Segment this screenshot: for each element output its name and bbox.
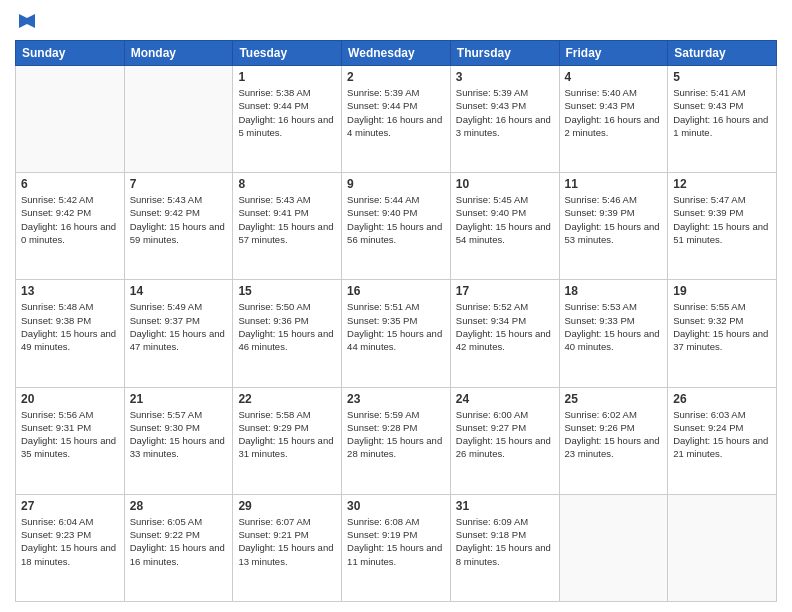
weekday-header-tuesday: Tuesday (233, 41, 342, 66)
day-info: Sunrise: 5:47 AM Sunset: 9:39 PM Dayligh… (673, 193, 771, 246)
calendar-cell: 26Sunrise: 6:03 AM Sunset: 9:24 PM Dayli… (668, 387, 777, 494)
calendar-cell: 31Sunrise: 6:09 AM Sunset: 9:18 PM Dayli… (450, 494, 559, 601)
calendar-cell: 10Sunrise: 5:45 AM Sunset: 9:40 PM Dayli… (450, 173, 559, 280)
calendar-cell: 9Sunrise: 5:44 AM Sunset: 9:40 PM Daylig… (342, 173, 451, 280)
calendar-cell: 22Sunrise: 5:58 AM Sunset: 9:29 PM Dayli… (233, 387, 342, 494)
day-number: 10 (456, 177, 554, 191)
day-info: Sunrise: 6:09 AM Sunset: 9:18 PM Dayligh… (456, 515, 554, 568)
day-number: 19 (673, 284, 771, 298)
day-info: Sunrise: 5:45 AM Sunset: 9:40 PM Dayligh… (456, 193, 554, 246)
day-info: Sunrise: 6:05 AM Sunset: 9:22 PM Dayligh… (130, 515, 228, 568)
calendar-cell: 25Sunrise: 6:02 AM Sunset: 9:26 PM Dayli… (559, 387, 668, 494)
weekday-header-row: SundayMondayTuesdayWednesdayThursdayFrid… (16, 41, 777, 66)
day-info: Sunrise: 6:07 AM Sunset: 9:21 PM Dayligh… (238, 515, 336, 568)
day-info: Sunrise: 5:52 AM Sunset: 9:34 PM Dayligh… (456, 300, 554, 353)
calendar-cell: 19Sunrise: 5:55 AM Sunset: 9:32 PM Dayli… (668, 280, 777, 387)
header (15, 10, 777, 32)
day-info: Sunrise: 5:46 AM Sunset: 9:39 PM Dayligh… (565, 193, 663, 246)
calendar-cell: 1Sunrise: 5:38 AM Sunset: 9:44 PM Daylig… (233, 66, 342, 173)
weekday-header-saturday: Saturday (668, 41, 777, 66)
day-info: Sunrise: 5:51 AM Sunset: 9:35 PM Dayligh… (347, 300, 445, 353)
calendar-cell: 14Sunrise: 5:49 AM Sunset: 9:37 PM Dayli… (124, 280, 233, 387)
day-number: 9 (347, 177, 445, 191)
calendar-cell: 27Sunrise: 6:04 AM Sunset: 9:23 PM Dayli… (16, 494, 125, 601)
calendar-cell: 3Sunrise: 5:39 AM Sunset: 9:43 PM Daylig… (450, 66, 559, 173)
day-info: Sunrise: 5:57 AM Sunset: 9:30 PM Dayligh… (130, 408, 228, 461)
calendar-cell (16, 66, 125, 173)
week-row-4: 20Sunrise: 5:56 AM Sunset: 9:31 PM Dayli… (16, 387, 777, 494)
day-info: Sunrise: 5:43 AM Sunset: 9:42 PM Dayligh… (130, 193, 228, 246)
calendar-cell: 16Sunrise: 5:51 AM Sunset: 9:35 PM Dayli… (342, 280, 451, 387)
calendar-cell (559, 494, 668, 601)
day-number: 25 (565, 392, 663, 406)
day-number: 21 (130, 392, 228, 406)
logo-flag-icon (17, 10, 39, 32)
day-info: Sunrise: 6:00 AM Sunset: 9:27 PM Dayligh… (456, 408, 554, 461)
calendar-cell: 2Sunrise: 5:39 AM Sunset: 9:44 PM Daylig… (342, 66, 451, 173)
day-number: 3 (456, 70, 554, 84)
calendar-table: SundayMondayTuesdayWednesdayThursdayFrid… (15, 40, 777, 602)
day-info: Sunrise: 5:40 AM Sunset: 9:43 PM Dayligh… (565, 86, 663, 139)
day-info: Sunrise: 5:50 AM Sunset: 9:36 PM Dayligh… (238, 300, 336, 353)
calendar-cell: 6Sunrise: 5:42 AM Sunset: 9:42 PM Daylig… (16, 173, 125, 280)
day-number: 5 (673, 70, 771, 84)
day-number: 27 (21, 499, 119, 513)
day-number: 29 (238, 499, 336, 513)
week-row-5: 27Sunrise: 6:04 AM Sunset: 9:23 PM Dayli… (16, 494, 777, 601)
day-info: Sunrise: 5:58 AM Sunset: 9:29 PM Dayligh… (238, 408, 336, 461)
page: SundayMondayTuesdayWednesdayThursdayFrid… (0, 0, 792, 612)
week-row-2: 6Sunrise: 5:42 AM Sunset: 9:42 PM Daylig… (16, 173, 777, 280)
day-number: 26 (673, 392, 771, 406)
calendar-cell: 24Sunrise: 6:00 AM Sunset: 9:27 PM Dayli… (450, 387, 559, 494)
day-number: 1 (238, 70, 336, 84)
calendar-cell: 11Sunrise: 5:46 AM Sunset: 9:39 PM Dayli… (559, 173, 668, 280)
day-number: 13 (21, 284, 119, 298)
day-info: Sunrise: 6:08 AM Sunset: 9:19 PM Dayligh… (347, 515, 445, 568)
calendar-cell: 15Sunrise: 5:50 AM Sunset: 9:36 PM Dayli… (233, 280, 342, 387)
day-info: Sunrise: 5:39 AM Sunset: 9:44 PM Dayligh… (347, 86, 445, 139)
calendar-cell: 13Sunrise: 5:48 AM Sunset: 9:38 PM Dayli… (16, 280, 125, 387)
day-info: Sunrise: 5:44 AM Sunset: 9:40 PM Dayligh… (347, 193, 445, 246)
day-info: Sunrise: 5:53 AM Sunset: 9:33 PM Dayligh… (565, 300, 663, 353)
day-number: 6 (21, 177, 119, 191)
day-number: 22 (238, 392, 336, 406)
day-number: 8 (238, 177, 336, 191)
day-info: Sunrise: 5:59 AM Sunset: 9:28 PM Dayligh… (347, 408, 445, 461)
calendar-cell: 4Sunrise: 5:40 AM Sunset: 9:43 PM Daylig… (559, 66, 668, 173)
week-row-3: 13Sunrise: 5:48 AM Sunset: 9:38 PM Dayli… (16, 280, 777, 387)
weekday-header-thursday: Thursday (450, 41, 559, 66)
calendar-cell: 7Sunrise: 5:43 AM Sunset: 9:42 PM Daylig… (124, 173, 233, 280)
day-info: Sunrise: 5:43 AM Sunset: 9:41 PM Dayligh… (238, 193, 336, 246)
day-number: 30 (347, 499, 445, 513)
day-number: 28 (130, 499, 228, 513)
svg-marker-0 (19, 14, 35, 28)
calendar-cell: 18Sunrise: 5:53 AM Sunset: 9:33 PM Dayli… (559, 280, 668, 387)
day-number: 20 (21, 392, 119, 406)
logo (15, 10, 39, 32)
day-info: Sunrise: 5:55 AM Sunset: 9:32 PM Dayligh… (673, 300, 771, 353)
day-number: 31 (456, 499, 554, 513)
day-number: 16 (347, 284, 445, 298)
calendar-cell: 21Sunrise: 5:57 AM Sunset: 9:30 PM Dayli… (124, 387, 233, 494)
calendar-cell: 28Sunrise: 6:05 AM Sunset: 9:22 PM Dayli… (124, 494, 233, 601)
calendar-cell: 12Sunrise: 5:47 AM Sunset: 9:39 PM Dayli… (668, 173, 777, 280)
weekday-header-wednesday: Wednesday (342, 41, 451, 66)
day-number: 12 (673, 177, 771, 191)
day-number: 15 (238, 284, 336, 298)
week-row-1: 1Sunrise: 5:38 AM Sunset: 9:44 PM Daylig… (16, 66, 777, 173)
day-info: Sunrise: 5:41 AM Sunset: 9:43 PM Dayligh… (673, 86, 771, 139)
day-number: 14 (130, 284, 228, 298)
weekday-header-sunday: Sunday (16, 41, 125, 66)
day-info: Sunrise: 5:42 AM Sunset: 9:42 PM Dayligh… (21, 193, 119, 246)
day-info: Sunrise: 5:48 AM Sunset: 9:38 PM Dayligh… (21, 300, 119, 353)
calendar-cell: 29Sunrise: 6:07 AM Sunset: 9:21 PM Dayli… (233, 494, 342, 601)
calendar-cell: 5Sunrise: 5:41 AM Sunset: 9:43 PM Daylig… (668, 66, 777, 173)
day-number: 7 (130, 177, 228, 191)
day-number: 17 (456, 284, 554, 298)
day-info: Sunrise: 5:49 AM Sunset: 9:37 PM Dayligh… (130, 300, 228, 353)
day-number: 4 (565, 70, 663, 84)
day-number: 2 (347, 70, 445, 84)
day-info: Sunrise: 5:39 AM Sunset: 9:43 PM Dayligh… (456, 86, 554, 139)
day-info: Sunrise: 6:02 AM Sunset: 9:26 PM Dayligh… (565, 408, 663, 461)
calendar-cell: 20Sunrise: 5:56 AM Sunset: 9:31 PM Dayli… (16, 387, 125, 494)
